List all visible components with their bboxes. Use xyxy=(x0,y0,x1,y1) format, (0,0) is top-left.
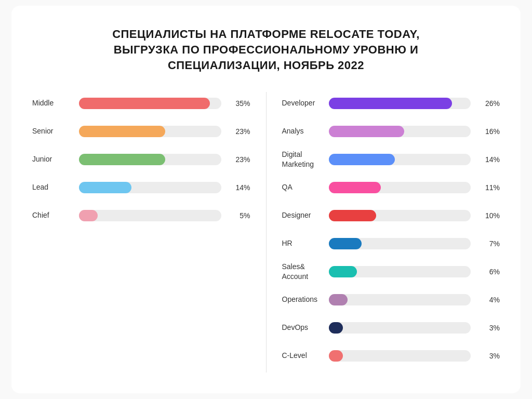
bar-label: DevOps xyxy=(282,323,329,332)
bar-track xyxy=(79,210,221,221)
bar-pct: 23% xyxy=(227,127,250,136)
bar-row: QA11% xyxy=(282,176,500,199)
bar-label: Digital Marketing xyxy=(282,150,329,168)
bar-label: HR xyxy=(282,238,329,248)
bar-label: C-Level xyxy=(282,351,329,360)
divider xyxy=(266,92,267,373)
bar-label: Senior xyxy=(32,126,79,136)
bar-fill xyxy=(329,266,357,277)
bar-label: Chief xyxy=(32,210,79,220)
bar-pct: 3% xyxy=(476,352,500,360)
bar-fill xyxy=(79,182,131,193)
bar-fill xyxy=(329,98,452,109)
bar-fill xyxy=(329,350,343,362)
bar-track xyxy=(329,350,471,362)
bar-fill xyxy=(79,98,210,109)
bar-row: HR7% xyxy=(282,232,500,255)
bar-track xyxy=(329,182,471,193)
bar-pct: 35% xyxy=(227,99,250,108)
bar-track xyxy=(79,126,221,137)
bar-fill xyxy=(329,210,376,221)
bar-row: Sales& Account6% xyxy=(282,260,500,283)
bar-label: Operations xyxy=(282,295,329,304)
bar-pct: 11% xyxy=(476,183,500,192)
bar-pct: 14% xyxy=(476,155,500,164)
bar-label: Analys xyxy=(282,126,329,136)
bar-row: Analys16% xyxy=(282,120,500,143)
bar-pct: 10% xyxy=(476,211,500,220)
bar-row: Middle35% xyxy=(32,92,250,115)
bar-label: Lead xyxy=(32,182,79,192)
bar-pct: 26% xyxy=(476,99,500,108)
bar-fill xyxy=(329,238,362,249)
bar-label: Middle xyxy=(32,98,79,108)
bar-fill xyxy=(329,322,343,334)
bar-row: Digital Marketing14% xyxy=(282,148,500,171)
bar-pct: 6% xyxy=(476,268,500,276)
bar-fill xyxy=(329,182,381,193)
bar-row: DevOps3% xyxy=(282,316,500,339)
bar-pct: 3% xyxy=(476,324,500,332)
bar-row: Chief5% xyxy=(32,204,250,227)
right-chart: Developer26%Analys16%Digital Marketing14… xyxy=(282,92,500,373)
bar-pct: 14% xyxy=(227,183,250,192)
bar-track xyxy=(329,98,471,109)
bar-track xyxy=(329,126,471,137)
bar-track xyxy=(79,98,221,109)
bar-fill xyxy=(79,154,165,165)
bar-row: Developer26% xyxy=(282,92,500,115)
bar-pct: 5% xyxy=(227,211,250,220)
bar-fill xyxy=(329,294,348,305)
bar-fill xyxy=(79,210,98,221)
bar-label: Developer xyxy=(282,98,329,108)
charts-wrapper: Middle35%Senior23%Junior23%Lead14%Chief5… xyxy=(32,92,500,373)
bar-pct: 16% xyxy=(476,127,500,136)
bar-fill xyxy=(79,126,165,137)
bar-label: Junior xyxy=(32,154,79,164)
bar-track xyxy=(329,266,471,277)
bar-row: C-Level3% xyxy=(282,344,500,367)
bar-track xyxy=(329,210,471,221)
bar-row: Operations4% xyxy=(282,288,500,311)
page-title: СПЕЦИАЛИСТЫ НА ПЛАТФОРМЕ RELOCATE TODAY,… xyxy=(32,26,500,73)
bar-track xyxy=(79,154,221,165)
bar-pct: 7% xyxy=(476,240,500,248)
bar-fill xyxy=(329,126,405,137)
bar-track xyxy=(329,294,471,305)
bar-label: Sales& Account xyxy=(282,262,329,281)
bar-fill xyxy=(329,154,395,165)
bar-label: QA xyxy=(282,182,329,192)
bar-pct: 23% xyxy=(227,155,250,164)
main-container: СПЕЦИАЛИСТЫ НА ПЛАТФОРМЕ RELOCATE TODAY,… xyxy=(11,6,521,393)
bar-row: Lead14% xyxy=(32,176,250,199)
bar-label: Designer xyxy=(282,210,329,220)
bar-track xyxy=(79,182,221,193)
left-chart: Middle35%Senior23%Junior23%Lead14%Chief5… xyxy=(32,92,250,373)
bar-pct: 4% xyxy=(476,296,500,304)
bar-row: Designer10% xyxy=(282,204,500,227)
bar-track xyxy=(329,238,471,249)
bar-track xyxy=(329,154,471,165)
bar-row: Junior23% xyxy=(32,148,250,171)
bar-track xyxy=(329,322,471,334)
bar-row: Senior23% xyxy=(32,120,250,143)
